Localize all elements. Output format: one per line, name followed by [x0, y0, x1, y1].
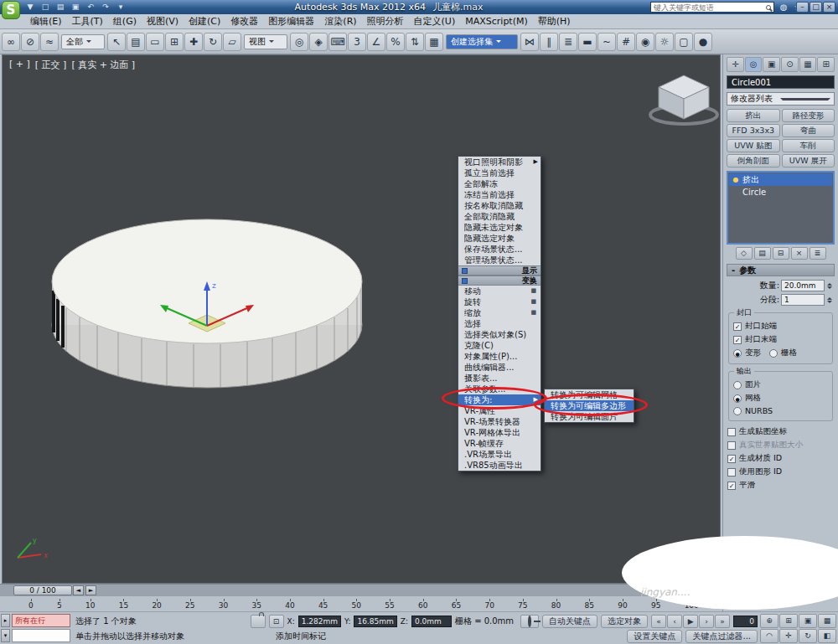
search-icon[interactable] — [766, 5, 771, 10]
radio-icon[interactable] — [733, 407, 742, 415]
open-file-icon[interactable]: ▤ — [54, 2, 67, 13]
viewport-label-part[interactable]: [ 正交 ] — [35, 59, 67, 71]
close-button[interactable]: × — [823, 2, 835, 13]
keyboard-shortcut-override-icon[interactable]: ⌨ — [328, 33, 347, 51]
orbit-icon[interactable]: ↻ — [799, 629, 817, 643]
patch-radio[interactable]: 面片 — [733, 379, 761, 390]
menubar-item[interactable]: 组(G) — [108, 15, 142, 28]
viewport-label-part[interactable]: [ 真实 + 边面 ] — [71, 59, 135, 71]
context-menu-item[interactable]: 曲线编辑器... — [458, 362, 541, 373]
mirror-icon[interactable]: ⋈ — [520, 33, 539, 51]
select-and-rotate-icon[interactable]: ↻ — [204, 33, 222, 51]
amount-field[interactable]: 20.0mm — [781, 280, 825, 291]
new-scene-icon[interactable]: □ — [39, 2, 52, 13]
maxscript-listener-icon[interactable]: ▸ — [1, 614, 10, 627]
parameters-rollout-header[interactable]: - 参数 — [727, 264, 835, 276]
checkbox-icon[interactable]: ✓ — [727, 455, 736, 463]
use-pivot-point-icon[interactable]: ◎ — [290, 33, 308, 51]
spinner-snap-icon[interactable]: ⇅ — [406, 33, 424, 51]
context-menu-item[interactable]: 孤立当前选择 — [458, 167, 541, 178]
object-name-field[interactable]: Circle001 — [727, 75, 835, 89]
curve-editor-icon[interactable]: ~ — [597, 33, 616, 51]
cap-start-checkbox[interactable]: ✓ 封口始端 — [733, 321, 828, 332]
modifier-bulb-icon[interactable]: ● — [732, 173, 740, 186]
modifier-set-button[interactable]: 挤出 — [727, 109, 780, 122]
field-of-view-icon[interactable]: ◠ — [760, 629, 779, 643]
checkbox-icon[interactable]: ✓ — [733, 336, 742, 344]
context-menu-item[interactable]: .VR场景导出 — [458, 449, 541, 460]
modifier-set-button[interactable]: UVW 展开 — [782, 154, 835, 167]
parameter-checkbox[interactable]: 使用图形 ID — [727, 466, 834, 477]
next-frame-icon[interactable]: › — [699, 615, 714, 628]
morph-radio[interactable]: ● 变形 — [733, 348, 761, 358]
save-file-icon[interactable]: ▣ — [69, 2, 82, 13]
layer-manager-icon[interactable]: ≣ — [559, 33, 577, 51]
maximize-button[interactable]: □ — [810, 2, 822, 13]
edit-named-selection-sets-icon[interactable]: ▦ — [425, 33, 443, 51]
macro-recorder-pane[interactable]: 所有在行 — [12, 614, 70, 627]
time-slider[interactable]: 0 / 100 ◄ ► — [0, 584, 722, 595]
nurbs-radio[interactable]: NURBS — [733, 406, 773, 415]
create-tab-icon[interactable]: ✛ — [727, 57, 744, 72]
redo-icon[interactable]: ↷ — [99, 2, 112, 13]
grid-radio[interactable]: 栅格 — [769, 348, 797, 358]
next-frame-button[interactable]: ► — [85, 585, 96, 595]
menubar-item[interactable]: 帮助(H) — [533, 15, 576, 28]
undo-icon[interactable]: ↶ — [84, 2, 97, 13]
parameter-checkbox[interactable]: ✓ 生成材质 ID — [727, 453, 834, 464]
go-to-end-icon[interactable]: » — [715, 615, 730, 628]
menubar-item[interactable]: 编辑(E) — [25, 15, 67, 28]
material-editor-icon[interactable]: ◉ — [636, 33, 654, 51]
select-by-name-icon[interactable]: ▤ — [127, 33, 145, 51]
set-keys-button[interactable] — [520, 615, 539, 628]
context-menu-item[interactable]: 旋转 ■ — [458, 296, 541, 307]
align-icon[interactable]: ∥ — [540, 33, 558, 51]
time-slider-handle[interactable]: 0 / 100 — [13, 585, 72, 595]
zoom-extents-all-icon[interactable]: ▦ — [818, 614, 836, 628]
remove-modifier-icon[interactable]: × — [791, 247, 808, 260]
context-menu-item[interactable]: 移动 ■ — [458, 286, 541, 296]
track-bar[interactable]: 0510152025303540455055606570758085909510… — [0, 595, 722, 611]
utilities-tab-icon[interactable]: ⊞ — [817, 57, 835, 72]
modifier-set-button[interactable]: UVW 贴图 — [727, 139, 780, 152]
window-crossing-icon[interactable]: ⊞ — [165, 33, 184, 51]
display-tab-icon[interactable]: ▦ — [799, 57, 817, 72]
select-and-move-icon[interactable]: ✚ — [184, 33, 203, 51]
menubar-item[interactable]: MAXScript(M) — [460, 16, 533, 27]
menubar-item[interactable]: 图形编辑器 — [263, 15, 319, 28]
absolute-mode-toggle-icon[interactable]: ⊡ — [269, 615, 284, 628]
minimize-button[interactable]: – — [796, 2, 809, 13]
pan-hand-icon[interactable]: ✛ — [779, 629, 798, 643]
infocenter-search-input[interactable] — [654, 3, 766, 12]
current-frame-field[interactable]: 0 — [733, 616, 758, 627]
context-menu-item[interactable]: VR-帧缓存 — [458, 438, 541, 449]
checkbox-icon[interactable]: ✓ — [733, 322, 742, 331]
context-menu-item[interactable]: 隐藏未选定对象 — [458, 222, 541, 233]
radio-icon[interactable]: ● — [733, 349, 742, 358]
add-time-tag[interactable]: 添加时间标记 — [276, 631, 326, 642]
previous-frame-button[interactable]: ◄ — [73, 585, 84, 595]
play-icon[interactable]: ▶ — [683, 615, 698, 628]
bind-to-space-warp-icon[interactable]: ≈ — [40, 33, 59, 51]
perspective-viewport[interactable]: [ + ][ 正交 ][ 真实 + 边面 ] — [2, 54, 721, 584]
checkbox-icon[interactable]: ✓ — [727, 482, 736, 490]
auto-key-button[interactable]: 自动关键点 — [542, 615, 597, 628]
segments-spinner[interactable] — [826, 295, 833, 306]
checkbox-icon[interactable] — [727, 468, 736, 477]
macro-recorder-icon[interactable]: ▾ — [1, 629, 10, 642]
snaps-toggle-3d-icon[interactable]: 3 — [348, 33, 366, 51]
selection-filter-dropdown[interactable]: 全部 — [61, 34, 105, 49]
maxscript-listener-pane[interactable] — [12, 629, 70, 642]
menubar-item[interactable]: 渲染(R) — [319, 15, 361, 28]
menubar-item[interactable]: 自定义(U) — [409, 15, 461, 28]
angle-snap-icon[interactable]: ∠ — [367, 33, 385, 51]
modifier-set-button[interactable]: 弯曲 — [782, 124, 835, 137]
parameter-checkbox[interactable]: 生成贴图坐标 — [727, 426, 834, 437]
modifier-stack-item-extrude[interactable]: ● 挤出 — [729, 173, 832, 186]
zoom-icon[interactable]: ⊕ — [760, 614, 779, 628]
select-object-icon[interactable]: ↖ — [107, 33, 126, 51]
parameter-checkbox[interactable]: ✓ 平滑 — [727, 480, 834, 491]
set-key-mode-button[interactable]: 设置关键点 — [627, 630, 682, 643]
context-menu-item[interactable]: 管理场景状态... — [458, 255, 541, 265]
rendered-frame-window-icon[interactable]: ▢ — [675, 33, 693, 51]
